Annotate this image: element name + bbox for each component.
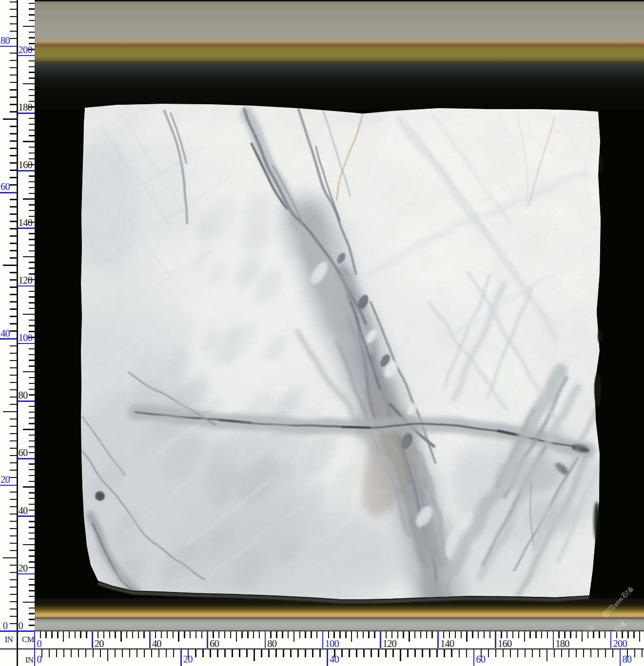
svg-text:0: 0 — [37, 638, 42, 649]
svg-text:0: 0 — [19, 620, 23, 631]
svg-text:140: 140 — [19, 217, 33, 228]
svg-text:140: 140 — [440, 638, 454, 649]
svg-text:40: 40 — [330, 654, 339, 665]
svg-text:100: 100 — [19, 332, 33, 343]
svg-text:60: 60 — [19, 447, 28, 458]
svg-text:160: 160 — [498, 638, 512, 649]
svg-text:40: 40 — [0, 328, 10, 339]
svg-text:120: 120 — [19, 275, 33, 285]
svg-text:80: 80 — [267, 638, 276, 649]
svg-text:IN: IN — [5, 635, 13, 644]
svg-text:80: 80 — [622, 654, 631, 665]
svg-text:20: 20 — [19, 563, 28, 573]
svg-text:80: 80 — [0, 35, 10, 46]
svg-text:180: 180 — [555, 638, 569, 649]
svg-text:100: 100 — [325, 638, 339, 649]
svg-text:200: 200 — [19, 44, 33, 55]
svg-text:80: 80 — [19, 390, 28, 400]
svg-text:40: 40 — [19, 505, 28, 516]
svg-text:IN: IN — [25, 655, 34, 665]
svg-text:200: 200 — [613, 638, 627, 649]
svg-text:40: 40 — [152, 638, 161, 649]
svg-text:20: 20 — [0, 474, 10, 485]
svg-text:60: 60 — [210, 638, 219, 649]
svg-text:20: 20 — [183, 654, 193, 665]
svg-text:60: 60 — [0, 181, 10, 192]
svg-text:20: 20 — [95, 638, 104, 649]
svg-text:160: 160 — [19, 159, 33, 170]
svg-text:120: 120 — [383, 638, 397, 649]
svg-text:0: 0 — [37, 654, 42, 665]
svg-text:180: 180 — [19, 102, 33, 113]
svg-text:60: 60 — [476, 654, 485, 665]
svg-text:CM: CM — [22, 635, 35, 644]
svg-text:0: 0 — [3, 620, 8, 631]
